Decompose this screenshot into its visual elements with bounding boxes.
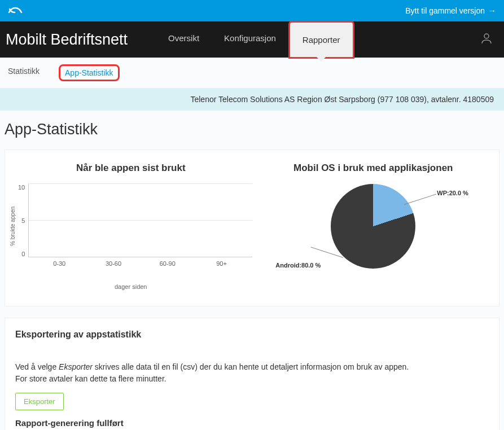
pie-chart: WP:20.0 % Android:80.0 % bbox=[331, 184, 415, 269]
ytick: 0 bbox=[18, 251, 25, 257]
svg-point-0 bbox=[484, 34, 489, 38]
export-title: Eksportering av appstatistikk bbox=[15, 330, 489, 340]
pie-label-android: Android:80.0 % bbox=[275, 262, 321, 269]
context-banner: Telenor Telecom Solutions AS Region Øst … bbox=[0, 88, 504, 111]
top-bar: Bytt til gammel versjon → bbox=[0, 0, 504, 21]
tab-oversikt[interactable]: Oversikt bbox=[156, 21, 212, 59]
brand-title: Mobilt Bedriftsnett bbox=[3, 31, 128, 49]
pie-chart-block: Mobil OS i bruk med applikasjonen WP:20.… bbox=[252, 163, 495, 290]
tab-rapporter[interactable]: Rapporter bbox=[288, 21, 354, 59]
bar-chart: % brukte appen 10 5 0 0-30 30-60 bbox=[10, 184, 252, 269]
main-nav: Mobilt Bedriftsnett Oversikt Konfigurasj… bbox=[0, 21, 504, 58]
x-axis-label: dager siden bbox=[10, 283, 252, 290]
export-button[interactable]: Eksporter bbox=[15, 393, 64, 410]
y-axis-label: % brukte appen bbox=[10, 184, 16, 269]
subtab-app-statistikk[interactable]: App-Statistikk bbox=[59, 64, 120, 81]
export-description: Ved å velge Eksporter skrives alle data … bbox=[15, 361, 489, 385]
export-status: Rapport-generering fullført bbox=[15, 418, 489, 428]
charts-panel: Når ble appen sist brukt % brukte appen … bbox=[5, 150, 499, 306]
subtab-statistikk[interactable]: Statistikk bbox=[3, 64, 44, 81]
user-icon[interactable] bbox=[480, 32, 493, 47]
arrow-right-icon: → bbox=[488, 6, 496, 15]
xtick: 60-90 bbox=[151, 260, 184, 267]
plot-area: 0-30 30-60 60-90 90+ bbox=[28, 184, 252, 257]
xtick: 0-30 bbox=[43, 260, 76, 267]
switch-version-link[interactable]: Bytt til gammel versjon → bbox=[405, 6, 496, 15]
nav-tabs: Oversikt Konfigurasjon Rapporter bbox=[156, 21, 354, 59]
tab-konfigurasjon[interactable]: Konfigurasjon bbox=[212, 21, 288, 59]
sub-tabs: Statistikk App-Statistikk bbox=[0, 58, 504, 88]
pie-chart-title: Mobil OS i bruk med applikasjonen bbox=[252, 163, 495, 174]
pie-label-wp: WP:20.0 % bbox=[437, 190, 468, 196]
switch-version-label: Bytt til gammel versjon bbox=[405, 6, 485, 15]
xtick: 90+ bbox=[205, 260, 238, 267]
xtick: 30-60 bbox=[97, 260, 130, 267]
ytick: 5 bbox=[18, 217, 25, 224]
telenor-logo-icon bbox=[8, 3, 23, 18]
bar-chart-title: Når ble appen sist brukt bbox=[10, 163, 252, 174]
bar-chart-block: Når ble appen sist brukt % brukte appen … bbox=[10, 163, 252, 290]
y-axis: 10 5 0 bbox=[16, 184, 28, 269]
page-title: App-Statistikk bbox=[0, 111, 504, 150]
ytick: 10 bbox=[18, 184, 25, 191]
export-panel: Eksportering av appstatistikk Ved å velg… bbox=[5, 318, 499, 430]
